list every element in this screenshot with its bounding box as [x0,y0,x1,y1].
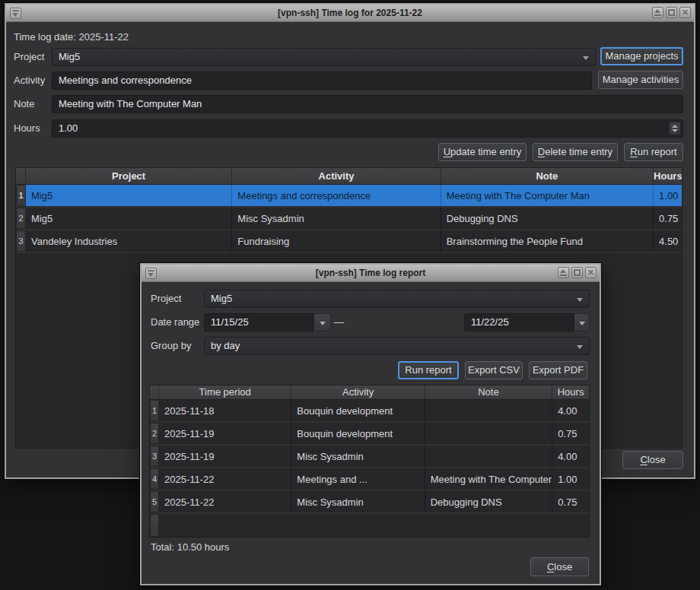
total-hours-label: Total: 10.50 hours [151,541,229,553]
empty-table-row [150,514,589,537]
col-header-note: Note [441,168,654,184]
col-header-project: Project [26,168,232,184]
window-menu-icon [148,270,154,277]
col-header-hours: Hours [552,385,589,399]
group-by-value: by day [211,340,240,351]
report-project-combobox[interactable]: Mig5 [204,290,590,308]
report-table: Time period Activity Note Hours 1 2025-1… [149,385,590,538]
table-row[interactable]: 1 2025-11-18 Bouquin development 4.00 [150,400,589,423]
note-input[interactable]: Meeting with The Computer Man [52,95,683,113]
export-pdf-button[interactable]: Export PDF [529,361,587,379]
hours-spinbox[interactable]: 1.00 [52,119,683,138]
table-row[interactable]: 1 Mig5 Meetings and correspondence Meeti… [16,185,682,208]
row-number: 2 [150,423,159,444]
row-number: 5 [150,491,159,512]
row-number: 3 [150,446,159,467]
maximize-button[interactable] [666,7,677,18]
shade-button[interactable] [652,7,663,18]
dialog-titlebar[interactable]: [vpn-ssh] Time log report ✕ [142,265,600,282]
update-time-entry-button[interactable]: Update time entry [438,143,527,161]
spin-down-icon [672,129,678,132]
note-label: Note [14,95,34,113]
table-row[interactable]: 3 Vandeley Industries Fundraising Brains… [16,230,682,253]
col-header-note: Note [425,385,552,399]
row-number: 2 [16,208,26,229]
main-window-title: [vpn-ssh] Time log for 2025-11-22 [6,8,694,18]
dialog-close-button[interactable]: Close [530,557,589,576]
close-icon: ✕ [682,8,689,17]
table-row[interactable]: 4 2025-11-22 Meetings and ... Meeting wi… [150,468,589,491]
project-combobox-value: Mig5 [59,51,80,62]
report-project-value: Mig5 [211,293,232,304]
date-end-dropdown-button[interactable] [574,313,590,331]
activity-input[interactable]: Meetings and correspondence [52,71,592,90]
activity-label: Activity [14,71,45,90]
chevron-down-icon [579,322,585,325]
time-log-date-label: Time log date: 2025-11-22 [14,31,129,43]
hours-label: Hours [14,119,40,138]
window-menu-icon [12,10,19,17]
group-by-label: Group by [151,337,191,355]
date-start-dropdown-button[interactable] [313,313,331,331]
row-number-stub [150,514,159,537]
date-range-separator: — [334,316,344,328]
chevron-down-icon [577,345,583,349]
delete-time-entry-button[interactable]: Delete time entry [533,143,618,161]
hours-spinbox-value: 1.00 [59,122,78,134]
group-by-combobox[interactable]: by day [204,337,590,355]
table-header-row: Project Activity Note Hours [16,168,682,185]
shade-button[interactable] [558,267,569,278]
shade-icon [654,9,661,16]
gutter-header [150,385,159,399]
close-button[interactable]: Close [622,451,683,469]
maximize-button[interactable] [571,267,583,278]
table-row[interactable]: 2 Mig5 Misc Sysadmin Debugging DNS 0.75 [16,208,682,230]
date-end-field[interactable]: 11/22/25 [464,313,574,331]
row-number: 3 [16,230,26,252]
col-header-activity: Activity [232,168,441,184]
row-number: 4 [150,468,159,490]
dialog-title: [vpn-ssh] Time log report [142,268,600,278]
table-row[interactable]: 3 2025-11-19 Misc Sysadmin 4.00 [150,446,589,468]
close-window-button[interactable]: ✕ [585,267,597,278]
table-row[interactable]: 2 2025-11-19 Bouquin development 0.75 [150,423,589,446]
date-start-field[interactable]: 11/15/25 [204,313,313,331]
close-window-button[interactable]: ✕ [679,7,691,18]
window-menu-button[interactable] [145,268,157,279]
manage-activities-button[interactable]: Manage activities [598,71,683,89]
report-dialog: [vpn-ssh] Time log report ✕ Project Mig5… [140,263,601,585]
col-header-period: Time period [159,385,291,399]
export-csv-button[interactable]: Export CSV [465,361,523,379]
main-titlebar[interactable]: [vpn-ssh] Time log for 2025-11-22 ✕ [6,5,694,22]
chevron-down-icon [577,298,583,302]
maximize-icon [668,9,675,16]
report-project-label: Project [151,290,181,308]
date-range-label: Date range [151,313,199,331]
run-report-button[interactable]: Run report [624,143,683,161]
window-menu-button[interactable] [10,8,21,19]
table-header-row: Time period Activity Note Hours [150,385,589,400]
spinner-buttons[interactable] [669,122,681,135]
project-label: Project [14,48,44,66]
col-header-hours: Hours [654,168,682,184]
dialog-run-report-button[interactable]: Run report [398,361,459,379]
project-combobox[interactable]: Mig5 [52,48,596,66]
close-icon: ✕ [587,268,594,277]
gutter-header [16,168,26,184]
row-number: 1 [150,400,159,421]
chevron-down-icon [320,322,326,325]
spin-up-icon [672,125,678,128]
row-number: 1 [16,185,26,206]
col-header-activity: Activity [291,385,425,399]
manage-projects-button[interactable]: Manage projects [600,47,683,65]
maximize-icon [574,269,581,276]
table-row[interactable]: 5 2025-11-22 Misc Sysadmin Debugging DNS… [150,491,589,514]
chevron-down-icon [583,56,589,60]
shade-icon [560,269,567,276]
